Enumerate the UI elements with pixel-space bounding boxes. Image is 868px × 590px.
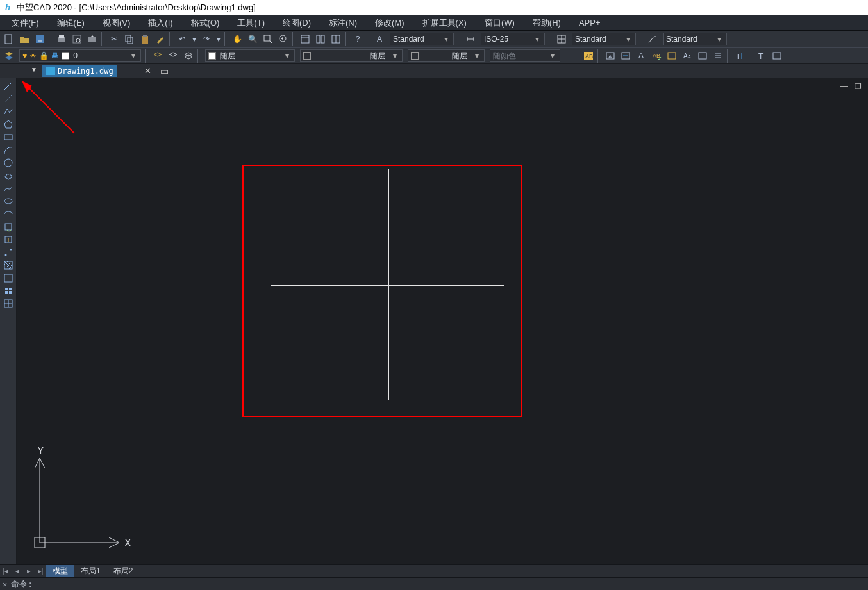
menu-ext[interactable]: 扩展工具(X) bbox=[413, 15, 476, 30]
table-style-icon[interactable] bbox=[555, 32, 569, 46]
text-style-mgr-icon[interactable]: A bbox=[634, 49, 648, 63]
insert-block-icon[interactable] bbox=[1, 220, 15, 233]
restore-icon[interactable]: ❐ bbox=[855, 82, 862, 91]
ellipse-arc-icon[interactable] bbox=[1, 208, 15, 220]
print-icon[interactable] bbox=[54, 32, 69, 46]
field-icon[interactable]: A bbox=[603, 49, 617, 63]
close-tab-icon[interactable]: ✕ bbox=[144, 66, 151, 76]
publish-icon[interactable] bbox=[85, 32, 99, 46]
design-center-icon[interactable] bbox=[313, 32, 328, 46]
dim-style-combo[interactable]: ISO-25 ▾ bbox=[481, 33, 545, 45]
find-icon[interactable] bbox=[665, 49, 679, 63]
print-preview-icon[interactable] bbox=[70, 32, 84, 46]
new-tab-icon[interactable]: ▭ bbox=[160, 66, 169, 76]
layer-prev-icon[interactable] bbox=[151, 49, 165, 63]
plotstyle-combo[interactable]: 随颜色 ▾ bbox=[490, 49, 560, 62]
arc-icon[interactable] bbox=[1, 143, 15, 156]
layout-first-icon[interactable]: |◂ bbox=[0, 567, 12, 575]
undo-dropdown-icon[interactable]: ▾ bbox=[190, 32, 198, 46]
menu-format[interactable]: 格式(O) bbox=[182, 15, 229, 30]
mleader-style-combo[interactable]: Standard ▾ bbox=[663, 33, 727, 45]
text-misc-icon[interactable] bbox=[770, 49, 784, 63]
open-icon[interactable] bbox=[17, 32, 31, 46]
ellipse-icon[interactable] bbox=[1, 195, 15, 208]
layer-iso-icon[interactable] bbox=[166, 49, 180, 63]
layout-last-icon[interactable]: ▸| bbox=[35, 567, 46, 575]
zoom-window-icon[interactable] bbox=[261, 32, 275, 46]
xline-icon[interactable] bbox=[1, 92, 15, 105]
spell-icon[interactable]: AB bbox=[649, 49, 664, 63]
layout-prev-icon[interactable]: ◂ bbox=[12, 567, 23, 575]
text-align-icon[interactable] bbox=[619, 49, 633, 63]
table-icon[interactable] bbox=[1, 297, 15, 310]
command-line[interactable]: ✕ 命令: bbox=[0, 577, 868, 590]
menu-draw[interactable]: 绘图(D) bbox=[274, 15, 320, 30]
menu-help[interactable]: 帮助(H) bbox=[524, 15, 570, 30]
make-block-icon[interactable] bbox=[1, 233, 15, 246]
line-spacing-icon[interactable] bbox=[711, 49, 725, 63]
text-style-combo[interactable]: Standard ▾ bbox=[390, 33, 454, 45]
text-style-icon[interactable]: A bbox=[372, 32, 387, 46]
menu-window[interactable]: 窗口(W) bbox=[476, 15, 524, 30]
match-prop-icon[interactable] bbox=[153, 32, 167, 46]
linetype-combo[interactable]: 随层 ▾ bbox=[300, 49, 403, 62]
minimize-icon[interactable]: — bbox=[840, 82, 848, 91]
gradient-icon[interactable] bbox=[1, 272, 15, 284]
svg-text:T: T bbox=[758, 52, 764, 60]
layout-next-icon[interactable]: ▸ bbox=[23, 567, 35, 575]
mleader-style-icon[interactable] bbox=[646, 32, 660, 46]
polygon-icon[interactable] bbox=[1, 118, 15, 131]
polyline-icon[interactable] bbox=[1, 105, 15, 118]
copy-icon[interactable] bbox=[122, 32, 137, 46]
command-close-icon[interactable]: ✕ bbox=[3, 580, 7, 589]
menu-edit[interactable]: 编辑(E) bbox=[48, 15, 94, 30]
revcloud-icon[interactable] bbox=[1, 169, 15, 182]
document-tab-active[interactable]: Drawing1.dwg bbox=[42, 65, 117, 77]
text-height-icon[interactable]: T bbox=[733, 49, 747, 63]
layout-tab-1[interactable]: 布局1 bbox=[74, 565, 107, 577]
layer-uniso-icon[interactable] bbox=[181, 49, 196, 63]
menu-insert[interactable]: 插入(I) bbox=[139, 15, 181, 30]
lineweight-combo[interactable]: 随层 ▾ bbox=[408, 49, 485, 62]
spline-icon[interactable] bbox=[1, 182, 15, 195]
menu-modify[interactable]: 修改(M) bbox=[366, 15, 413, 30]
menu-file[interactable]: 文件(F) bbox=[3, 15, 48, 30]
undo-icon[interactable]: ↶ bbox=[175, 32, 189, 46]
point-icon[interactable] bbox=[1, 246, 15, 259]
circle-icon[interactable] bbox=[1, 156, 15, 169]
menu-app[interactable]: APP+ bbox=[570, 15, 610, 30]
line-icon[interactable] bbox=[1, 79, 15, 92]
menu-view[interactable]: 视图(V) bbox=[94, 15, 139, 30]
paste-icon[interactable] bbox=[138, 32, 152, 46]
layer-combo[interactable]: ♥ ☀ 🔒 🖶 0 ▾ bbox=[19, 49, 141, 62]
color-combo[interactable]: 随层 ▾ bbox=[205, 49, 295, 62]
cut-icon[interactable]: ✂ bbox=[107, 32, 121, 46]
redo-icon[interactable]: ↷ bbox=[199, 32, 213, 46]
tool-palettes-icon[interactable] bbox=[329, 32, 343, 46]
properties-icon[interactable] bbox=[298, 32, 312, 46]
layout-tab-2[interactable]: 布局2 bbox=[107, 565, 140, 577]
save-icon[interactable] bbox=[33, 32, 47, 46]
help-icon[interactable]: ? bbox=[351, 32, 365, 46]
layer-manager-icon[interactable] bbox=[2, 49, 16, 63]
tab-list-dropdown-icon[interactable]: ▼ bbox=[31, 66, 37, 73]
zoom-realtime-icon[interactable]: 🔍 bbox=[246, 32, 260, 46]
region-icon[interactable] bbox=[1, 284, 15, 297]
zoom-prev-icon[interactable] bbox=[276, 32, 290, 46]
redo-dropdown-icon[interactable]: ▾ bbox=[215, 32, 222, 46]
rectangle-icon[interactable] bbox=[1, 131, 15, 143]
menu-tools[interactable]: 工具(T) bbox=[228, 15, 274, 30]
text-scale-icon[interactable]: AA bbox=[680, 49, 694, 63]
svg-text:A: A bbox=[683, 53, 688, 60]
single-text-icon[interactable]: T bbox=[755, 49, 769, 63]
hatch-icon[interactable] bbox=[1, 259, 15, 272]
text-prop-icon[interactable] bbox=[696, 49, 710, 63]
new-icon[interactable] bbox=[2, 32, 16, 46]
pan-icon[interactable]: ✋ bbox=[230, 32, 244, 46]
mtext-icon[interactable]: AB bbox=[581, 49, 596, 63]
menu-dim[interactable]: 标注(N) bbox=[320, 15, 366, 30]
drawing-canvas[interactable]: — ❐ Y X bbox=[17, 78, 868, 564]
dim-style-icon[interactable] bbox=[463, 32, 478, 46]
layout-tab-model[interactable]: 模型 bbox=[46, 565, 74, 577]
table-style-combo[interactable]: Standard ▾ bbox=[572, 33, 636, 45]
